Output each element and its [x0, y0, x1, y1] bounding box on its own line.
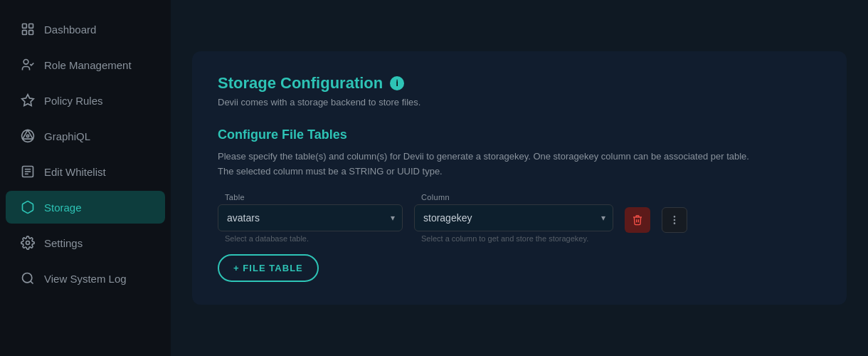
column-field-group: Column storagekey ▾ Select a column to g…: [414, 193, 613, 243]
svg-rect-2: [23, 31, 27, 35]
section-description: Please specify the table(s) and column(s…: [218, 150, 821, 179]
trash-icon: [632, 214, 643, 226]
sidebar-item-dashboard[interactable]: Dashboard: [6, 13, 165, 46]
sidebar-item-label: Dashboard: [44, 23, 96, 36]
section-desc-line1: Please specify the table(s) and column(s…: [218, 151, 749, 162]
dashboard-icon: [20, 21, 36, 37]
card-title: Storage Configuration: [218, 74, 383, 93]
table-field-group: Table avatars ▾ Select a database table.: [218, 193, 403, 243]
table-field-label: Table: [218, 193, 403, 201]
svg-point-4: [23, 60, 28, 65]
sidebar-item-view-system-log[interactable]: View System Log: [6, 262, 165, 295]
svg-point-15: [674, 220, 674, 221]
add-file-table-label: + FILE TABLE: [233, 263, 303, 273]
add-file-table-button[interactable]: + FILE TABLE: [218, 254, 319, 282]
column-field-label: Column: [414, 193, 613, 201]
sidebar-item-label: Role Management: [44, 59, 132, 71]
sidebar-item-label: View System Log: [44, 273, 127, 285]
sidebar-item-graphiql[interactable]: GraphiQL: [6, 120, 165, 152]
storage-config-card: Storage Configuration i Devii comes with…: [192, 51, 847, 305]
sidebar-item-label: GraphiQL: [44, 130, 90, 142]
sidebar-item-label: Edit Whitelist: [44, 166, 106, 178]
sidebar-item-label: Policy Rules: [44, 95, 103, 107]
sidebar-item-policy-rules[interactable]: Policy Rules: [6, 84, 165, 117]
storage-icon: [20, 199, 36, 215]
svg-point-14: [674, 216, 674, 217]
log-icon: [20, 271, 36, 286]
column-field-hint: Select a column to get and store the sto…: [414, 234, 613, 243]
svg-point-12: [23, 273, 32, 283]
sidebar-item-edit-whitelist[interactable]: Edit Whitelist: [6, 155, 165, 188]
role-icon: [20, 57, 36, 73]
table-config-row: Table avatars ▾ Select a database table.…: [218, 193, 821, 243]
card-subtitle: Devii comes with a storage backend to st…: [218, 97, 821, 108]
main-content: Storage Configuration i Devii comes with…: [171, 0, 868, 356]
svg-rect-3: [29, 31, 33, 35]
settings-icon: [20, 235, 36, 251]
policy-icon: [20, 93, 36, 108]
delete-row-button[interactable]: [625, 207, 650, 233]
column-select[interactable]: storagekey: [415, 205, 613, 231]
graphiql-icon: [20, 128, 36, 144]
svg-rect-0: [23, 24, 27, 28]
svg-line-13: [31, 281, 33, 284]
info-icon[interactable]: i: [390, 76, 404, 90]
sidebar-item-label: Settings: [44, 237, 83, 249]
svg-marker-5: [22, 95, 34, 106]
svg-point-6: [26, 135, 28, 137]
more-icon: [669, 214, 680, 226]
sidebar-item-role-management[interactable]: Role Management: [6, 48, 165, 81]
sidebar: Dashboard Role Management Policy Rules: [0, 0, 171, 356]
sidebar-item-storage[interactable]: Storage: [6, 191, 165, 224]
svg-point-16: [674, 223, 674, 224]
section-title: Configure File Tables: [218, 127, 821, 142]
table-field-hint: Select a database table.: [218, 234, 403, 243]
table-select-wrapper: avatars ▾: [218, 204, 403, 231]
card-header: Storage Configuration i: [218, 74, 821, 93]
sidebar-item-label: Storage: [44, 201, 82, 214]
table-select[interactable]: avatars: [218, 205, 402, 231]
whitelist-icon: [20, 164, 36, 179]
svg-rect-1: [29, 24, 33, 28]
column-select-wrapper: storagekey ▾: [414, 204, 613, 231]
sidebar-item-settings[interactable]: Settings: [6, 226, 165, 259]
section-desc-line2: The selected column must be a STRING or …: [218, 166, 443, 177]
svg-point-11: [26, 241, 30, 245]
secondary-action-button[interactable]: [662, 207, 687, 233]
